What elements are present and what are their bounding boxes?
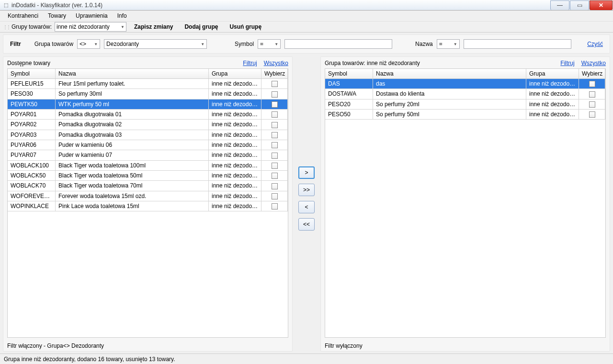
table-row[interactable]: POYAR03Pomadka długotrwała 03inne niż de…	[8, 130, 288, 140]
available-title: Dostępne towary	[7, 60, 50, 66]
table-row[interactable]: POYAR02Pomadka długotrwała 02inne niż de…	[8, 120, 288, 130]
table-row[interactable]: PEWTK50WTK perfumy 50 mlinne niż dezodor…	[8, 99, 288, 110]
table-row[interactable]: DOSTAWADostawa do klientainne niż dezodo…	[325, 89, 605, 99]
table-row[interactable]: DASdasinne niż dezodora...	[325, 79, 605, 89]
cell-group: inne niż dezodora...	[526, 79, 579, 88]
clear-filter-link[interactable]: Czyść	[587, 41, 603, 47]
save-changes-button[interactable]: Zapisz zmiany	[130, 22, 177, 32]
table-row[interactable]: WOFOREVER15OForever woda toaletowa 15ml …	[8, 191, 288, 201]
cell-select[interactable]	[261, 161, 288, 170]
cell-select[interactable]	[261, 140, 288, 150]
checkbox-icon[interactable]	[272, 91, 278, 98]
cell-select[interactable]	[579, 99, 605, 109]
checkbox-icon[interactable]	[272, 142, 278, 148]
checkbox-icon[interactable]	[272, 163, 278, 169]
menu-towary[interactable]: Towary	[43, 11, 71, 21]
col-select[interactable]: Wybierz	[579, 69, 605, 78]
cell-select[interactable]	[261, 99, 288, 109]
col-select[interactable]: Wybierz	[261, 69, 288, 78]
table-row[interactable]: POYAR01Pomadka długotrwała 01inne niż de…	[8, 110, 288, 120]
cell-group: inne niż dezodora...	[209, 150, 261, 160]
group-select[interactable]: inne niż dezodoranty ▼	[55, 22, 126, 32]
checkbox-icon[interactable]	[272, 122, 278, 128]
left-filter-link[interactable]: Filtruj	[243, 60, 257, 66]
right-filter-link[interactable]: Filtruj	[560, 60, 574, 66]
col-symbol[interactable]: Symbol	[8, 69, 56, 78]
left-all-link[interactable]: Wszystko	[264, 60, 288, 66]
menu-uprawnienia[interactable]: Uprawnienia	[71, 11, 113, 21]
cell-name: So perfumy 30ml	[56, 89, 209, 99]
checkbox-icon[interactable]	[272, 203, 278, 210]
table-row[interactable]: PUYAR06Puder w kamieniu 06inne niż dezod…	[8, 140, 288, 150]
table-row[interactable]: WOBLACK100Black Tiger woda toaletowa 100…	[8, 161, 288, 171]
filter-name-label: Nazwa	[415, 41, 433, 47]
filter-group-op[interactable]: <>▼	[77, 39, 100, 49]
table-row[interactable]: PESO50So perfumy 50mlinne niż dezodora..…	[325, 110, 605, 120]
group-grid[interactable]: Symbol Nazwa Grupa Wybierz DASdasinne ni…	[325, 68, 606, 338]
toolbar: ⋮⋮ Grupy towarów: inne niż dezodoranty ▼…	[0, 21, 613, 33]
checkbox-icon[interactable]	[272, 101, 278, 108]
cell-select[interactable]	[261, 79, 288, 88]
table-row[interactable]: PEFLEUR15Fleur 15ml perfumy toalet.inne …	[8, 79, 288, 89]
col-name[interactable]: Nazwa	[373, 69, 526, 78]
cell-name: So perfumy 50ml	[373, 110, 526, 119]
table-row[interactable]: WOPINKLACEPink Lace woda toaletowa 15mli…	[8, 201, 288, 211]
table-row[interactable]: PESO20So perfumy 20mlinne niż dezodora..…	[325, 99, 605, 110]
checkbox-icon[interactable]	[589, 101, 595, 108]
cell-select[interactable]	[261, 89, 288, 99]
col-group[interactable]: Grupa	[209, 69, 261, 78]
checkbox-icon[interactable]	[272, 193, 278, 199]
app-icon: ⬚	[2, 1, 10, 9]
cell-select[interactable]	[579, 79, 605, 88]
close-button[interactable]: ✕	[590, 0, 613, 10]
cell-select[interactable]	[261, 191, 288, 201]
cell-select[interactable]	[261, 181, 288, 190]
move-all-right-button[interactable]: >>	[298, 184, 315, 196]
checkbox-icon[interactable]	[272, 173, 278, 179]
cell-name: Pomadka długotrwała 01	[56, 110, 209, 119]
right-all-link[interactable]: Wszystko	[581, 60, 606, 66]
checkbox-icon[interactable]	[589, 111, 595, 118]
cell-select[interactable]	[261, 110, 288, 119]
checkbox-icon[interactable]	[272, 183, 278, 189]
col-name[interactable]: Nazwa	[56, 69, 209, 78]
cell-select[interactable]	[261, 171, 288, 180]
menu-info[interactable]: Info	[113, 11, 132, 21]
filter-symbol-input[interactable]	[284, 39, 392, 49]
cell-select[interactable]	[261, 150, 288, 160]
col-group[interactable]: Grupa	[526, 69, 579, 78]
available-grid[interactable]: Symbol Nazwa Grupa Wybierz PEFLEUR15Fleu…	[7, 68, 288, 338]
add-group-button[interactable]: Dodaj grupę	[181, 22, 222, 32]
cell-select[interactable]	[261, 130, 288, 140]
menu-kontrahenci[interactable]: Kontrahenci	[3, 11, 43, 21]
delete-group-button[interactable]: Usuń grupę	[226, 22, 265, 32]
filter-name-input[interactable]	[464, 39, 571, 49]
cell-select[interactable]	[261, 201, 288, 211]
table-row[interactable]: WOBLACK70Black Tiger woda toaletowa 70ml…	[8, 181, 288, 191]
table-row[interactable]: PUYAR07Puder w kamieniu 07inne niż dezod…	[8, 150, 288, 160]
filter-symbol-op[interactable]: =▼	[258, 39, 281, 49]
move-left-button[interactable]: <	[298, 201, 315, 213]
table-row[interactable]: WOBLACK50Black Tiger woda toaletowa 50ml…	[8, 171, 288, 181]
cell-group: inne niż dezodora...	[209, 99, 261, 109]
checkbox-icon[interactable]	[589, 81, 595, 87]
checkbox-icon[interactable]	[272, 111, 278, 118]
checkbox-icon[interactable]	[272, 132, 278, 138]
checkbox-icon[interactable]	[272, 153, 278, 159]
minimize-button[interactable]: —	[550, 0, 569, 10]
col-symbol[interactable]: Symbol	[325, 69, 373, 78]
checkbox-icon[interactable]	[272, 81, 278, 87]
filter-group-value[interactable]: Dezodoranty▼	[104, 39, 207, 49]
checkbox-icon[interactable]	[589, 91, 595, 98]
cell-group: inne niż dezodora...	[209, 201, 261, 211]
cell-symbol: POYAR02	[8, 120, 56, 129]
move-all-left-button[interactable]: <<	[298, 218, 315, 231]
cell-select[interactable]	[261, 120, 288, 129]
filter-name-op[interactable]: =▼	[437, 39, 460, 49]
move-right-button[interactable]: >	[298, 166, 315, 179]
table-row[interactable]: PESO30So perfumy 30mlinne niż dezodora..…	[8, 89, 288, 99]
maximize-button[interactable]: ▭	[570, 0, 589, 10]
cell-select[interactable]	[579, 110, 605, 119]
cell-select[interactable]	[579, 89, 605, 99]
cell-symbol: PEWTK50	[8, 99, 56, 109]
